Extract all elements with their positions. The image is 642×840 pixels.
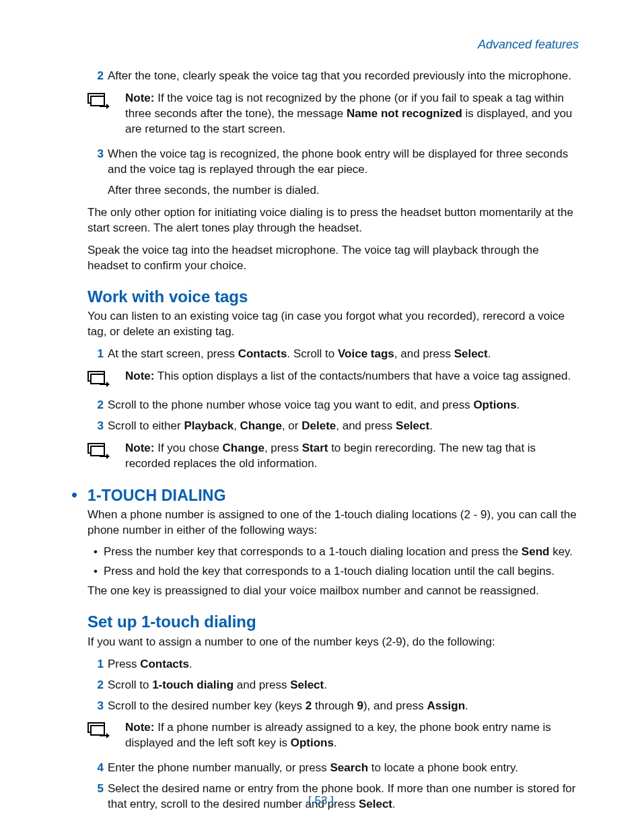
subheading-work: Work with voice tags <box>87 286 581 308</box>
paragraph: Speak the voice tag into the headset mic… <box>87 243 581 274</box>
setup-steps: 1 Press Contacts. 2 Scroll to 1-touch di… <box>87 657 581 714</box>
document-page: Advanced features 2 After the tone, clea… <box>0 0 642 840</box>
bullet-mark: • <box>87 545 104 560</box>
work-steps-2: 2 Scroll to the phone number whose voice… <box>87 398 581 434</box>
paragraph: You can listen to an existing voice tag … <box>87 309 581 340</box>
note-block: Note: If you chose Change, press Start t… <box>87 441 581 472</box>
step-item: 2 Scroll to the phone number whose voice… <box>87 398 581 413</box>
section-title: 1-TOUCH DIALING <box>87 485 226 506</box>
subheading-setup: Set up 1-touch dialing <box>87 611 581 633</box>
work-steps: 1 At the start screen, press Contacts. S… <box>87 347 581 362</box>
note-label: Note: <box>125 92 154 104</box>
note-arrow-icon <box>87 93 112 137</box>
step-item: 4 Enter the phone number manually, or pr… <box>87 761 581 776</box>
svg-rect-1 <box>91 96 104 106</box>
paragraph: When a phone number is assigned to one o… <box>87 508 581 538</box>
step-item: 3 Scroll to the desired number key (keys… <box>87 699 581 714</box>
step-list-a: 2 After the tone, clearly speak the voic… <box>87 69 581 84</box>
note-text: Note: This option displays a list of the… <box>125 369 581 388</box>
note-block: Note: If the voice tag is not recognized… <box>87 91 581 137</box>
note-text: Note: If the voice tag is not recognized… <box>125 91 581 137</box>
bullet-icon: • <box>71 486 87 503</box>
page-header: Advanced features <box>87 36 581 53</box>
step-number: 2 <box>87 69 108 84</box>
paragraph: The one key is preassigned to dial your … <box>87 584 581 599</box>
svg-rect-5 <box>91 446 104 456</box>
note-text: Note: If you chose Change, press Start t… <box>125 441 581 472</box>
page-number: [ 53 ] <box>0 794 642 809</box>
step-list-a2: 3 When the voice tag is recognized, the … <box>87 147 581 199</box>
note-arrow-icon <box>87 722 112 751</box>
note-text: Note: If a phone number is already assig… <box>125 720 581 751</box>
bullet-item: • Press the number key that corresponds … <box>87 545 581 560</box>
step-item: 1 Press Contacts. <box>87 657 581 672</box>
step-item: 3 When the voice tag is recognized, the … <box>87 147 581 178</box>
step-continuation: After three seconds, the number is diale… <box>87 183 581 199</box>
note-arrow-icon <box>87 443 112 472</box>
step-item: 2 After the tone, clearly speak the voic… <box>87 69 581 84</box>
note-block: Note: This option displays a list of the… <box>87 369 581 388</box>
svg-rect-7 <box>91 726 104 735</box>
paragraph: If you want to assign a number to one of… <box>87 635 581 650</box>
step-number: 3 <box>87 147 108 178</box>
step-sub-text: After three seconds, the number is diale… <box>108 183 581 199</box>
note-block: Note: If a phone number is already assig… <box>87 720 581 751</box>
step-item: 2 Scroll to 1-touch dialing and press Se… <box>87 678 581 693</box>
svg-rect-3 <box>91 374 104 384</box>
step-item: 1 At the start screen, press Contacts. S… <box>87 347 581 362</box>
bullet-list: • Press the number key that corresponds … <box>87 545 581 580</box>
bullet-mark: • <box>87 564 104 580</box>
step-text: When the voice tag is recognized, the ph… <box>108 147 581 178</box>
paragraph: The only other option for initiating voi… <box>87 205 581 236</box>
bullet-item: • Press and hold the key that correspond… <box>87 564 581 580</box>
section-heading-touch: • 1-TOUCH DIALING <box>71 485 581 506</box>
note-arrow-icon <box>87 371 112 388</box>
step-text: After the tone, clearly speak the voice … <box>108 69 581 84</box>
step-item: 3 Scroll to either Playback, Change, or … <box>87 419 581 434</box>
